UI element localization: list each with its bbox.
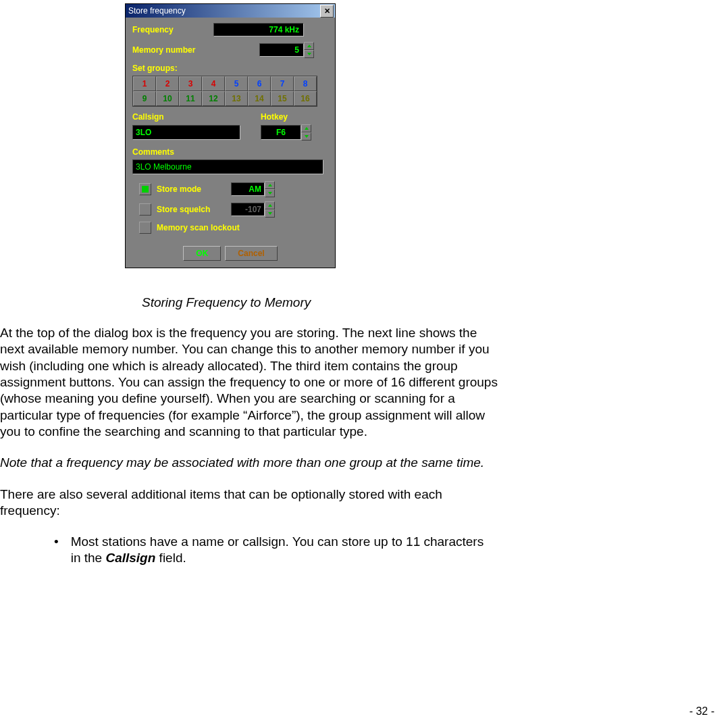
store-mode-checkbox[interactable] [139,183,151,195]
ok-button[interactable]: OK [183,246,221,261]
store-mode-label: Store mode [157,184,231,194]
store-squelch-checkbox[interactable] [139,203,151,216]
store-frequency-dialog: Store frequency ✕ Frequency 774 kHz Memo… [125,3,336,268]
dialog-titlebar[interactable]: Store frequency ✕ [126,4,335,18]
bullet-1: • Most stations have a name or callsign.… [54,534,486,567]
memory-number-field[interactable]: 5 [259,43,304,57]
page-number: - 32 - [690,705,714,718]
group-btn-2[interactable]: 2 [156,76,179,91]
bullet-1-text: Most stations have a name or callsign. Y… [71,534,486,567]
paragraph-1: At the top of the dialog box is the freq… [0,325,500,440]
spin-up-icon[interactable] [304,42,314,50]
group-btn-16[interactable]: 16 [294,91,317,106]
group-btn-1[interactable]: 1 [133,76,156,91]
store-squelch-label: Store squelch [157,205,231,214]
paragraph-note: Note that a frequency may be associated … [0,455,500,471]
bullet-1-emph: Callsign [105,551,155,565]
hotkey-label: Hotkey [261,112,288,122]
frequency-label: Frequency [132,25,213,34]
spin-up-icon[interactable] [301,124,311,132]
memory-scan-lockout-label: Memory scan lockout [157,223,240,232]
spin-down-icon[interactable] [301,132,311,141]
group-btn-9[interactable]: 9 [133,91,156,106]
memory-number-spinner[interactable] [304,42,314,58]
group-btn-5[interactable]: 5 [225,76,248,91]
cancel-button[interactable]: Cancel [225,246,277,261]
group-btn-13[interactable]: 13 [225,91,248,106]
figure-caption: Storing Frequency to Memory [142,295,728,310]
group-btn-7[interactable]: 7 [271,76,294,91]
memory-number-label: Memory number [132,45,259,55]
spin-up-icon[interactable] [265,181,275,189]
spin-down-icon[interactable] [265,209,275,218]
memory-scan-lockout-checkbox[interactable] [139,222,151,234]
store-mode-spinner[interactable] [265,181,275,197]
set-groups-label: Set groups: [132,64,328,73]
group-btn-14[interactable]: 14 [248,91,271,106]
store-squelch-spinner[interactable] [265,201,275,218]
callsign-input[interactable]: 3LO [132,125,240,140]
group-btn-4[interactable]: 4 [202,76,225,91]
store-squelch-value[interactable]: -107 [231,203,265,216]
callsign-label: Callsign [132,112,261,122]
bullet-1-part-c: field. [155,551,186,565]
comments-label: Comments [132,147,328,157]
frequency-value: 774 kHz [213,23,304,36]
comments-input[interactable]: 3LO Melbourne [132,159,323,174]
bullet-icon: • [54,534,59,567]
paragraph-3: There are also several additional items … [0,486,500,520]
hotkey-field[interactable]: F6 [261,125,301,140]
group-btn-12[interactable]: 12 [202,91,225,106]
group-btn-10[interactable]: 10 [156,91,179,106]
dialog-title: Store frequency [128,6,186,16]
spin-down-icon[interactable] [304,50,314,58]
group-btn-6[interactable]: 6 [248,76,271,91]
close-button[interactable]: ✕ [320,5,334,18]
group-btn-11[interactable]: 11 [179,91,202,106]
spin-up-icon[interactable] [265,201,275,209]
group-btn-3[interactable]: 3 [179,76,202,91]
group-btn-15[interactable]: 15 [271,91,294,106]
group-btn-8[interactable]: 8 [294,76,317,91]
spin-down-icon[interactable] [265,189,275,197]
store-mode-value[interactable]: AM [231,182,265,196]
close-icon: ✕ [324,7,330,16]
hotkey-spinner[interactable] [301,124,311,141]
group-buttons: 1 2 3 4 5 6 7 8 9 10 11 12 13 14 15 16 [132,76,317,107]
